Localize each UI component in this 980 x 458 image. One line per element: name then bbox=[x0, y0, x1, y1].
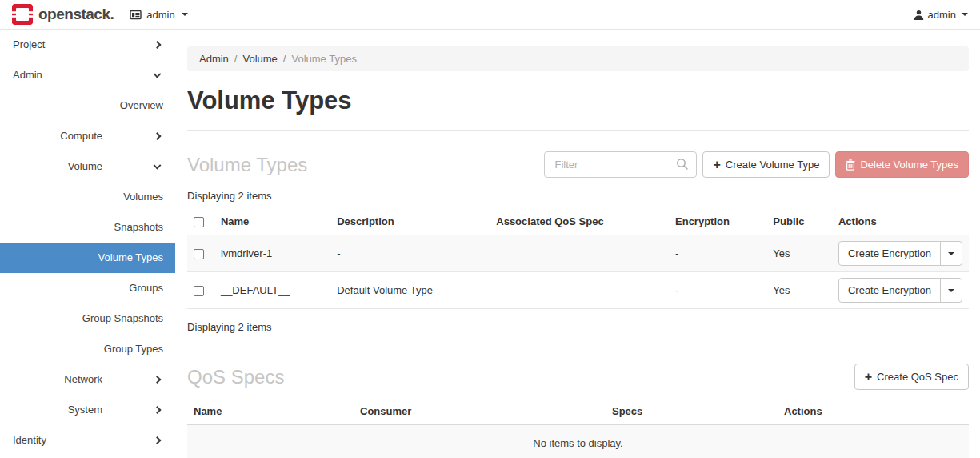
sidebar-item-label: Group Types bbox=[104, 343, 163, 355]
row-actions-dropdown-toggle[interactable] bbox=[940, 241, 962, 266]
column-header-consumer: Consumer bbox=[354, 398, 606, 425]
column-header-description: Description bbox=[330, 208, 490, 235]
sidebar-nav: Project Admin Overview Compute Volume Vo… bbox=[0, 30, 175, 458]
column-header-public: Public bbox=[766, 208, 832, 235]
table-row-default: __DEFAULT__ Default Volume Type - Yes Cr… bbox=[187, 272, 969, 309]
trash-icon bbox=[846, 159, 855, 171]
sidebar-item-groups[interactable]: Groups bbox=[0, 273, 175, 303]
column-header-actions: Actions bbox=[832, 208, 969, 235]
cell-name: lvmdriver-1 bbox=[214, 235, 330, 272]
cell-encryption: - bbox=[669, 235, 766, 272]
breadcrumb-volume[interactable]: Volume bbox=[242, 53, 277, 65]
column-header-qos-spec: Associated QoS Spec bbox=[490, 208, 669, 235]
sidebar-item-volume[interactable]: Volume bbox=[0, 151, 175, 182]
volume-types-table: Name Description Associated QoS Spec Enc… bbox=[187, 208, 969, 309]
project-switcher-label: admin bbox=[146, 9, 174, 21]
sidebar-item-label: Snapshots bbox=[114, 221, 163, 233]
project-switcher[interactable]: admin bbox=[130, 9, 187, 21]
sidebar-item-network[interactable]: Network bbox=[0, 364, 175, 395]
main-content: Admin / Volume / Volume Types Volume Typ… bbox=[175, 30, 980, 458]
chevron-right-icon bbox=[154, 406, 162, 414]
sidebar-item-label: Project bbox=[13, 38, 45, 50]
create-qos-spec-button[interactable]: + Create QoS Spec bbox=[854, 364, 969, 390]
chevron-down-icon bbox=[962, 13, 968, 16]
sidebar-item-project[interactable]: Project bbox=[0, 30, 175, 60]
row-actions: Create Encryption bbox=[838, 278, 962, 303]
cell-public: Yes bbox=[766, 235, 832, 272]
filter-group bbox=[544, 151, 697, 178]
qos-specs-section-header: QoS Specs + Create QoS Spec bbox=[187, 364, 969, 390]
column-header-name: Name bbox=[187, 398, 354, 425]
sidebar-item-label: Volumes bbox=[123, 191, 163, 203]
sidebar-item-group-snapshots[interactable]: Group Snapshots bbox=[0, 303, 175, 334]
volume-types-section-title: Volume Types bbox=[187, 154, 307, 176]
cell-description: - bbox=[330, 235, 490, 272]
delete-volume-types-button[interactable]: Delete Volume Types bbox=[835, 151, 969, 178]
sidebar-item-snapshots[interactable]: Snapshots bbox=[0, 212, 175, 243]
table-row-lvmdriver-1: lvmdriver-1 - - Yes Create Encryption bbox=[187, 235, 969, 272]
sidebar-item-system[interactable]: System bbox=[0, 395, 175, 425]
chevron-right-icon bbox=[154, 41, 162, 49]
select-all-checkbox[interactable] bbox=[194, 217, 204, 227]
chevron-right-icon bbox=[154, 436, 162, 444]
chevron-down-icon bbox=[948, 252, 954, 255]
sidebar-item-admin[interactable]: Admin bbox=[0, 60, 175, 90]
cell-qos-spec bbox=[490, 235, 669, 272]
openstack-brand[interactable]: openstack. bbox=[12, 4, 114, 25]
sidebar-item-label: Group Snapshots bbox=[82, 312, 163, 324]
sidebar-item-compute[interactable]: Compute bbox=[0, 121, 175, 151]
create-encryption-button[interactable]: Create Encryption bbox=[838, 278, 941, 303]
column-header-name: Name bbox=[214, 208, 330, 235]
empty-message: No items to display. bbox=[187, 425, 969, 458]
row-actions: Create Encryption bbox=[838, 241, 962, 266]
volume-types-section-header: Volume Types + Create Volume Type bbox=[187, 151, 969, 178]
sidebar-item-overview[interactable]: Overview bbox=[0, 90, 175, 121]
sidebar-item-group-types[interactable]: Group Types bbox=[0, 334, 175, 364]
qos-specs-section-title: QoS Specs bbox=[187, 366, 284, 388]
sidebar-item-label: Identity bbox=[13, 434, 46, 446]
sidebar-item-label: Volume Types bbox=[98, 251, 163, 263]
chevron-down-icon bbox=[154, 162, 162, 170]
search-icon bbox=[676, 158, 689, 171]
sidebar-item-label: Overview bbox=[120, 99, 163, 111]
sidebar-item-volume-types[interactable]: Volume Types bbox=[0, 243, 175, 273]
sidebar-item-label: Network bbox=[64, 373, 102, 385]
sidebar-item-volumes[interactable]: Volumes bbox=[0, 182, 175, 212]
chevron-down-icon bbox=[182, 13, 188, 16]
table-header-row: Name Description Associated QoS Spec Enc… bbox=[187, 208, 969, 235]
breadcrumb-admin[interactable]: Admin bbox=[199, 53, 229, 65]
empty-table-row: No items to display. bbox=[187, 425, 969, 458]
create-volume-type-button[interactable]: + Create Volume Type bbox=[702, 151, 830, 178]
title-divider bbox=[187, 130, 969, 131]
create-encryption-button[interactable]: Create Encryption bbox=[838, 241, 941, 266]
cell-name: __DEFAULT__ bbox=[214, 272, 330, 309]
qos-specs-table: Name Consumer Specs Actions No items to … bbox=[187, 398, 969, 458]
sidebar-item-label: System bbox=[68, 404, 102, 416]
filter-input[interactable] bbox=[544, 151, 697, 178]
sidebar-item-label: Admin bbox=[13, 69, 42, 81]
sidebar-item-label: Volume bbox=[68, 160, 102, 172]
project-card-icon bbox=[130, 10, 142, 20]
table-header-row: Name Consumer Specs Actions bbox=[187, 398, 969, 425]
user-menu-label: admin bbox=[928, 9, 956, 21]
chevron-right-icon bbox=[154, 376, 162, 384]
openstack-logo-icon bbox=[12, 4, 33, 25]
row-checkbox[interactable] bbox=[194, 286, 204, 296]
sidebar-item-label: Groups bbox=[129, 282, 163, 294]
sidebar-item-identity[interactable]: Identity bbox=[0, 425, 175, 456]
page-title: Volume Types bbox=[187, 86, 969, 115]
cell-description: Default Volume Type bbox=[330, 272, 490, 309]
breadcrumb: Admin / Volume / Volume Types bbox=[187, 46, 969, 71]
row-actions-dropdown-toggle[interactable] bbox=[940, 278, 962, 303]
plus-icon: + bbox=[865, 371, 872, 384]
row-checkbox[interactable] bbox=[194, 249, 204, 259]
chevron-down-icon bbox=[948, 289, 954, 292]
chevron-right-icon bbox=[154, 132, 162, 140]
cell-public: Yes bbox=[766, 272, 832, 309]
cell-qos-spec bbox=[490, 272, 669, 309]
cell-encryption: - bbox=[669, 272, 766, 309]
user-menu[interactable]: admin bbox=[914, 9, 968, 21]
top-navbar: openstack. admin admin bbox=[0, 0, 980, 30]
item-count-top: Displaying 2 items bbox=[187, 190, 969, 202]
breadcrumb-separator: / bbox=[283, 53, 286, 65]
